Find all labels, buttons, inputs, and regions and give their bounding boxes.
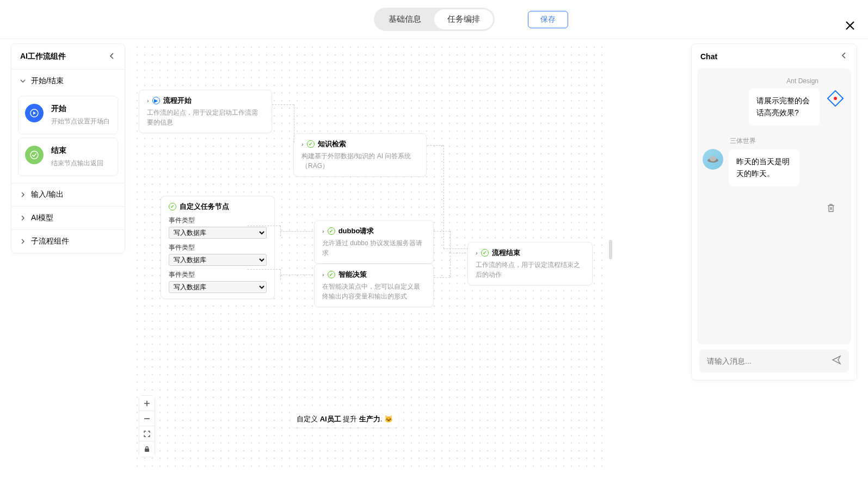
field-label: 事件类型 bbox=[169, 216, 267, 225]
workflow-canvas[interactable]: › ▶ 流程开始 工作流的起点，用于设定启动工作流需要的信息 › ✓ 知识检索 … bbox=[133, 43, 607, 468]
event-type-select-2[interactable]: 写入数据库 bbox=[169, 254, 267, 266]
node-desc: 工作流的起点，用于设定启动工作流需要的信息 bbox=[147, 108, 264, 127]
trash-icon bbox=[826, 203, 836, 213]
play-icon bbox=[25, 104, 44, 122]
lock-icon bbox=[144, 446, 150, 452]
resize-handle[interactable] bbox=[609, 240, 612, 259]
node-custom-task[interactable]: ✓ 自定义任务节点 事件类型 写入数据库 事件类型 写入数据库 事件类型 写入数… bbox=[161, 196, 275, 299]
sidebar-section-ai: AI模型 bbox=[11, 207, 125, 230]
chat-input[interactable] bbox=[707, 357, 832, 365]
canvas-caption: 自定义 AI员工 提升 生产力. 🐱 bbox=[291, 411, 398, 427]
ant-design-logo-icon bbox=[827, 90, 844, 107]
node-flow-end[interactable]: › ✓ 流程结束 工作流的终点，用于设定流程结束之后的动作 bbox=[467, 242, 593, 285]
field-label: 事件类型 bbox=[169, 270, 267, 279]
chat-panel: Chat Ant Design 请展示完整的会话高亮效果? 三体世界 昨天的当天… bbox=[691, 43, 857, 381]
back-icon[interactable] bbox=[108, 52, 116, 61]
svg-point-4 bbox=[834, 97, 837, 100]
message-bubble: 请展示完整的会话高亮效果? bbox=[749, 88, 820, 126]
check-circle-icon: ✓ bbox=[328, 271, 335, 278]
send-icon bbox=[832, 355, 841, 365]
minus-icon bbox=[144, 415, 150, 422]
chevron-right-icon bbox=[20, 190, 26, 199]
section-label: 开始/结束 bbox=[31, 76, 64, 86]
chat-input-area bbox=[692, 344, 857, 380]
field-label: 事件类型 bbox=[169, 243, 267, 252]
node-field: 事件类型 写入数据库 bbox=[169, 216, 267, 239]
node-title: dubbo请求 bbox=[338, 226, 374, 236]
event-type-select-3[interactable]: 写入数据库 bbox=[169, 281, 267, 293]
sidebar-item-title: 结束 bbox=[51, 146, 103, 155]
chat-messages: Ant Design 请展示完整的会话高亮效果? 三体世界 昨天的当天是明天的昨… bbox=[697, 69, 851, 344]
message-bubble: 昨天的当天是明天的昨天。 bbox=[729, 149, 799, 186]
send-button[interactable] bbox=[832, 355, 841, 367]
check-circle-icon: ✓ bbox=[481, 249, 489, 257]
node-flow-start[interactable]: › ▶ 流程开始 工作流的起点，用于设定启动工作流需要的信息 bbox=[139, 90, 272, 133]
svg-point-6 bbox=[710, 156, 716, 161]
zoom-controls bbox=[139, 395, 155, 457]
zoom-out-button[interactable] bbox=[139, 411, 155, 426]
chevron-right-icon: › bbox=[301, 141, 304, 147]
chevron-right-icon bbox=[20, 214, 26, 222]
node-desc: 构建基于外部数据/知识的 AI 问答系统（RAG） bbox=[301, 151, 418, 171]
fit-view-button[interactable] bbox=[139, 426, 155, 441]
node-dubbo-request[interactable]: › ✓ dubbo请求 允许通过 dubbo 协议发送服务器请求 bbox=[314, 220, 434, 264]
section-label: AI模型 bbox=[31, 213, 53, 223]
chevron-right-icon: › bbox=[147, 97, 149, 104]
sidebar-section-io: 输入/输出 bbox=[11, 183, 125, 207]
sidebar-item-desc: 开始节点设置开场白 bbox=[51, 117, 110, 126]
section-header-start-end[interactable]: 开始/结束 bbox=[11, 70, 125, 92]
sidebar-item-desc: 结束节点输出返回 bbox=[51, 159, 103, 168]
node-title: 智能决策 bbox=[338, 270, 367, 279]
chevron-right-icon: › bbox=[476, 250, 478, 256]
close-icon bbox=[845, 21, 855, 30]
section-header-ai[interactable]: AI模型 bbox=[11, 207, 125, 229]
expand-icon bbox=[144, 431, 150, 437]
close-button[interactable] bbox=[845, 20, 855, 34]
sidebar-item-start[interactable]: 开始 开始节点设置开场白 bbox=[18, 96, 118, 134]
play-circle-icon: ▶ bbox=[152, 97, 160, 104]
sidebar-item-end[interactable]: 结束 结束节点输出返回 bbox=[18, 138, 118, 176]
sidebar-section-start-end: 开始/结束 开始 开始节点设置开场白 结束 结束节点输出返回 bbox=[11, 70, 125, 183]
section-label: 输入/输出 bbox=[31, 190, 64, 200]
event-type-select-1[interactable]: 写入数据库 bbox=[169, 227, 267, 239]
check-circle-icon: ✓ bbox=[307, 140, 315, 148]
check-circle-icon: ✓ bbox=[169, 203, 176, 210]
avatar bbox=[703, 149, 723, 170]
tab-basic-info[interactable]: 基础信息 bbox=[375, 9, 434, 29]
svg-rect-2 bbox=[145, 449, 149, 452]
svg-point-1 bbox=[30, 151, 38, 159]
node-desc: 允许通过 dubbo 协议发送服务器请求 bbox=[322, 238, 426, 258]
zoom-in-button[interactable] bbox=[139, 396, 155, 411]
section-label: 子流程组件 bbox=[31, 237, 69, 246]
tab-task-orchestration[interactable]: 任务编排 bbox=[434, 9, 493, 29]
chat-message: 三体世界 昨天的当天是明天的昨天。 bbox=[703, 136, 846, 186]
chevron-right-icon: › bbox=[322, 228, 324, 234]
section-header-io[interactable]: 输入/输出 bbox=[11, 183, 125, 206]
back-icon[interactable] bbox=[840, 52, 848, 61]
clear-chat-button[interactable] bbox=[826, 203, 836, 215]
node-desc: 在智能决策点中，您可以自定义最终输出内容变量和输出的形式 bbox=[322, 282, 426, 301]
check-circle-icon: ✓ bbox=[328, 227, 335, 235]
node-knowledge-search[interactable]: › ✓ 知识检索 构建基于外部数据/知识的 AI 问答系统（RAG） bbox=[293, 133, 427, 177]
message-sender: Ant Design bbox=[786, 77, 846, 85]
sidebar-section-subflow: 子流程组件 bbox=[11, 230, 125, 253]
node-field: 事件类型 写入数据库 bbox=[169, 243, 267, 266]
node-title: 流程开始 bbox=[163, 96, 192, 105]
node-title: 自定义任务节点 bbox=[180, 202, 229, 211]
message-sender: 三体世界 bbox=[703, 136, 756, 146]
node-smart-decision[interactable]: › ✓ 智能决策 在智能决策点中，您可以自定义最终输出内容变量和输出的形式 bbox=[314, 264, 434, 307]
sidebar: AI工作流组件 开始/结束 开始 开始节点设置开场白 结束 结束节点输出返回 bbox=[11, 43, 125, 253]
tab-group: 基础信息 任务编排 bbox=[374, 8, 495, 31]
sidebar-item-title: 开始 bbox=[51, 104, 110, 114]
chat-message: Ant Design 请展示完整的会话高亮效果? bbox=[703, 77, 846, 126]
chevron-right-icon: › bbox=[322, 271, 324, 278]
ufo-icon bbox=[706, 152, 720, 166]
sidebar-title: AI工作流组件 bbox=[20, 52, 66, 61]
save-button[interactable]: 保存 bbox=[528, 11, 568, 28]
node-title: 流程结束 bbox=[492, 248, 520, 258]
section-header-subflow[interactable]: 子流程组件 bbox=[11, 230, 125, 253]
lock-button[interactable] bbox=[139, 441, 155, 457]
chat-header: Chat bbox=[692, 44, 857, 69]
chevron-right-icon bbox=[20, 237, 26, 246]
plus-icon bbox=[144, 400, 150, 407]
